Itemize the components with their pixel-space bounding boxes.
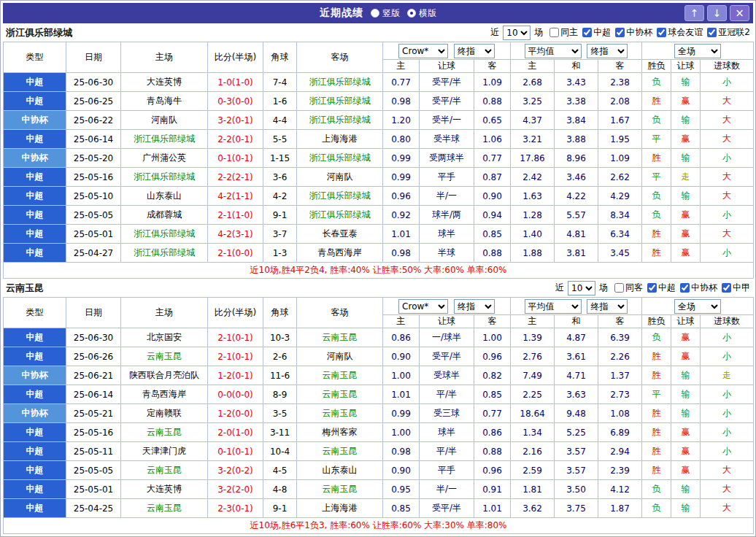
avg-odds-away: 6.34	[598, 225, 642, 244]
filter-checkbox[interactable]: 亚冠联2	[707, 26, 750, 39]
corner-score: 9-1	[263, 206, 297, 225]
handicap-line: 半球	[420, 244, 474, 263]
match-count-select[interactable]: 10	[568, 281, 595, 295]
layout-option-vertical[interactable]: 竖版	[371, 7, 400, 20]
goals-result: 大	[701, 92, 754, 111]
goals-result: 小	[701, 244, 754, 263]
handicap-result: 输	[671, 480, 701, 499]
checkbox-input[interactable]	[582, 28, 592, 37]
results-table: 类型 日期 主场 比分(半场) 角球 客场 Crow* 终指 平均值 终指 全场	[3, 297, 754, 534]
away-team: 梅州客家	[297, 423, 383, 442]
bookmaker-select[interactable]: Crow*	[398, 299, 448, 314]
away-team: 浙江俱乐部绿城	[297, 92, 383, 111]
checkbox-input[interactable]	[647, 283, 657, 293]
move-down-button[interactable]: ↓	[707, 5, 727, 21]
handicap-line: 平/半	[420, 442, 474, 461]
results-body: 中超25-06-30大连英博1-0(1-0)7-4浙江俱乐部绿城0.77受平/半…	[4, 73, 754, 263]
match-date: 25-05-11	[66, 442, 121, 461]
average-select[interactable]: 平均值	[525, 44, 582, 58]
score: 2-1(1-0)	[208, 206, 263, 225]
handicap-odds-away: 0.90	[474, 187, 511, 206]
match-date: 25-05-05	[66, 206, 121, 225]
corner-score: 10-4	[263, 442, 297, 461]
team-name: 浙江俱乐部绿城	[6, 26, 72, 39]
avg-odds-draw: 4.22	[555, 187, 598, 206]
checkbox-input[interactable]	[549, 28, 559, 37]
avg-odds-draw: 3.63	[555, 385, 598, 404]
league-type: 中协杯	[4, 111, 66, 130]
handicap-odds-home: 1.20	[383, 111, 420, 130]
away-team: 云南玉昆	[297, 480, 383, 499]
away-team: 云南玉昆	[297, 385, 383, 404]
summary: 近10场,胜4平2负4, 胜率:40% 让胜率:50% 大率:60% 单率:60…	[4, 263, 754, 279]
filter-checkbox[interactable]: 球会友谊	[657, 26, 703, 39]
league-type: 中超	[4, 480, 66, 499]
league-type: 中超	[4, 187, 66, 206]
handicap-odds-away: 0.88	[474, 244, 511, 263]
checkbox-label: 同客	[625, 282, 643, 294]
filter-checkbox[interactable]: 中协杯	[680, 282, 717, 294]
avg-odds-away: 3.45	[598, 244, 642, 263]
handicap-odds-home: 0.90	[383, 347, 420, 366]
filter-checkbox[interactable]: 同主	[549, 26, 578, 39]
checkbox-label: 同主	[560, 26, 578, 39]
checkbox-input[interactable]	[680, 283, 690, 293]
handicap-line: 球半	[420, 225, 474, 244]
handicap-odds-away: 0.87	[474, 168, 511, 187]
away-team: 云南玉昆	[297, 442, 383, 461]
handicap-odds-home: 1.00	[383, 423, 420, 442]
match-count-select[interactable]: 10	[503, 26, 531, 40]
checkbox-input[interactable]	[614, 283, 624, 293]
avg-time-select[interactable]: 终指	[587, 44, 628, 58]
average-select[interactable]: 平均值	[525, 299, 582, 314]
checkbox-input[interactable]	[657, 28, 666, 37]
filter-checkbox[interactable]: 同客	[614, 282, 643, 294]
scope-select[interactable]: 全场	[674, 299, 721, 314]
corner-score: 8-9	[263, 385, 297, 404]
scope-header: 全场	[642, 298, 754, 315]
goals-result: 大	[701, 499, 754, 518]
match-date: 25-04-25	[66, 499, 121, 518]
checkbox-input[interactable]	[615, 28, 625, 37]
close-button[interactable]: ×	[730, 5, 749, 21]
subcol-odds-line: 让球	[420, 315, 474, 328]
avg-odds-draw: 4.87	[555, 328, 598, 347]
odds-time-select[interactable]: 终指	[454, 299, 495, 314]
move-up-button[interactable]: ↑	[684, 5, 704, 21]
col-away: 客场	[297, 298, 383, 328]
section-header: 浙江俱乐部绿城 近 10 场 同主中超中协杯球会友谊亚冠联2	[3, 23, 753, 42]
handicap-result: 赢	[671, 347, 701, 366]
odds-time-select[interactable]: 终指	[454, 44, 495, 58]
filter-checkbox[interactable]: 中超	[647, 282, 676, 294]
checkbox-input[interactable]	[722, 283, 731, 293]
checkbox-input[interactable]	[707, 28, 717, 37]
corner-score: 4-5	[263, 461, 297, 480]
handicap-line: 受平/半	[420, 73, 474, 92]
handicap-line: 一/球半	[420, 328, 474, 347]
match-row: 中超25-06-14青岛西海岸0-0(0-0)8-9云南玉昆1.01平/半0.8…	[4, 385, 754, 404]
home-team: 浙江俱乐部绿城	[121, 244, 208, 263]
score: 4-2(3-1)	[208, 225, 263, 244]
corner-score: 1-15	[263, 149, 297, 168]
layout-option-horizontal[interactable]: 横版	[407, 7, 436, 20]
filter-checkbox[interactable]: 中协杯	[615, 26, 652, 39]
win-draw-loss-result: 胜	[642, 244, 671, 263]
win-draw-loss-result: 胜	[642, 149, 671, 168]
corner-score: 11-6	[263, 366, 297, 385]
subcol-odds-home: 主	[383, 315, 420, 328]
league-type: 中超	[4, 130, 66, 149]
match-date: 25-06-30	[66, 73, 121, 92]
scope-select[interactable]: 全场	[674, 44, 721, 58]
radio-label: 竖版	[382, 7, 400, 20]
filter-checkbox[interactable]: 中超	[582, 26, 611, 39]
league-type: 中超	[4, 461, 66, 480]
score: 0-0(0-0)	[208, 385, 263, 404]
filter-checkbox[interactable]: 中甲	[722, 282, 750, 294]
bookmaker-select[interactable]: Crow*	[398, 44, 448, 58]
match-row: 中超25-05-05云南玉昆3-2(0-2)4-5山东泰山0.90平手0.962…	[4, 461, 754, 480]
home-team: 云南玉昆	[121, 347, 208, 366]
score: 3-2(0-2)	[208, 461, 263, 480]
win-draw-loss-result: 胜	[642, 461, 671, 480]
avg-time-select[interactable]: 终指	[587, 299, 628, 314]
handicap-odds-home: 0.90	[383, 461, 420, 480]
